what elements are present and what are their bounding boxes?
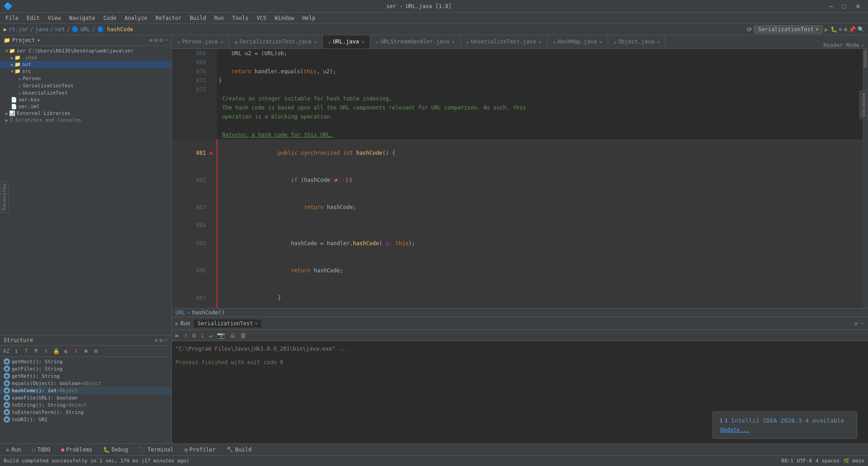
struct-show-anon-icon[interactable]: ◐ [61, 347, 71, 356]
project-collapse-icon[interactable]: ≡ [149, 37, 152, 43]
struct-sort-type-icon[interactable]: ↕ [12, 347, 21, 356]
menu-analyze[interactable]: Analyze [121, 14, 151, 22]
notification-link[interactable]: Update... [720, 427, 849, 433]
encoding-status[interactable]: UTF-8 [797, 458, 812, 464]
menu-run[interactable]: Run [211, 14, 228, 22]
menu-tools[interactable]: Tools [229, 14, 252, 22]
git-status[interactable]: 🌿 main [843, 458, 864, 464]
pin-button[interactable]: 📌 [849, 26, 856, 33]
code-editor[interactable]: 868 URL u2 = (URL)ob; 869 870 [172, 49, 863, 308]
menu-file[interactable]: File [2, 14, 22, 22]
run-config-box[interactable]: SerializationTest ▾ [754, 25, 823, 33]
coverage-button[interactable]: ⊙ [839, 26, 842, 33]
menu-view[interactable]: View [44, 14, 65, 22]
tree-item-src[interactable]: ▼ 📁 src [0, 68, 171, 75]
tab-person[interactable]: ☕ Person.java ✕ [172, 35, 229, 48]
tab-close[interactable]: ✕ [599, 39, 602, 44]
settings-run-button[interactable]: ⚙ [844, 26, 847, 33]
tab-close[interactable]: ✕ [452, 39, 455, 44]
struct-item-hashcode[interactable]: m hashCode(): int ↑Object [0, 387, 171, 394]
database-tab[interactable]: Database [859, 90, 868, 119]
project-gear-icon[interactable]: ⚙ [160, 37, 163, 43]
bottom-hide-icon[interactable]: ─ [861, 320, 864, 327]
tree-item-unsertest[interactable]: ☕ UnserializeTest [0, 89, 171, 96]
structure-close-icon[interactable]: ─ [165, 337, 168, 343]
tab-close[interactable]: ✕ [657, 39, 660, 44]
bottom-sertest-close[interactable]: ✕ [255, 321, 258, 326]
tab-hashmap[interactable]: ☕ HashMap.java ✕ [547, 35, 608, 48]
tab-close[interactable]: ✕ [362, 39, 364, 44]
struct-item-touri[interactable]: m toURI(): URI [0, 416, 171, 423]
struct-item-getref[interactable]: m getRef(): String [0, 372, 171, 380]
tab-close[interactable]: ✕ [221, 39, 223, 44]
console-down-icon[interactable]: ↓ [198, 331, 206, 340]
tb-profiler-btn[interactable]: ◎ Profiler [180, 446, 220, 454]
structure-gear-icon[interactable]: ⚙ [160, 337, 163, 343]
console-run-icon[interactable]: ▶ [174, 331, 181, 340]
tree-item-ser[interactable]: ▼ 📁 ser C:\Users\86135\Desktop\web\java\… [0, 48, 171, 54]
tab-object[interactable]: ☕ Object.java ✕ [608, 35, 665, 48]
struct-extra-icon[interactable]: ⊞ [81, 347, 90, 356]
menu-help[interactable]: Help [299, 14, 319, 22]
struct-extra2-icon[interactable]: ⊟ [91, 347, 100, 356]
search-everywhere-button[interactable]: 🔍 [858, 26, 864, 33]
console-wrap-icon[interactable]: ↵ [207, 331, 214, 340]
menu-edit[interactable]: Edit [23, 14, 43, 22]
tab-unsertest[interactable]: ☕ UnserializeTest.java ✕ [461, 35, 547, 48]
tab-sertest[interactable]: ☕ SerializationTest.java ✕ [229, 35, 323, 48]
console-print-icon[interactable]: 🖨 [227, 331, 237, 340]
tree-item-extlib[interactable]: ▶ 📊 External Libraries [0, 110, 171, 117]
tree-item-scratches[interactable]: ▶ 🗒 Scratches and Consoles [0, 117, 171, 124]
struct-show-inherited-icon[interactable]: ⇑ [42, 347, 51, 356]
struct-sort-alpha-icon[interactable]: AZ [2, 347, 11, 356]
tree-item-sertest[interactable]: ☕ SerializationTest [0, 82, 171, 89]
console-clear-icon[interactable]: 🗑 [238, 331, 248, 340]
reader-mode-label[interactable]: Reader Mode [823, 42, 859, 48]
tab-close[interactable]: ✕ [539, 39, 542, 44]
menu-build[interactable]: Build [186, 14, 210, 22]
tree-item-idea[interactable]: ▶ 📁 .idea [0, 54, 171, 61]
tb-todo-btn[interactable]: ☐ TODO [28, 446, 55, 454]
favorites-tab[interactable]: Favorites [0, 181, 9, 213]
bottom-tab-run-label[interactable]: ▶ Run [175, 320, 190, 327]
tb-problems-btn[interactable]: ● Problems [57, 446, 97, 454]
tab-close[interactable]: ✕ [314, 39, 317, 44]
struct-item-toexternal[interactable]: m toExternalForm(): String [0, 409, 171, 416]
tree-item-out[interactable]: ▶ 📁 out [0, 61, 171, 68]
indent-status[interactable]: 4 spaces [816, 458, 840, 464]
breadcrumb-url[interactable]: URL [80, 26, 90, 33]
tb-terminal-btn[interactable]: ⬛ Terminal [134, 446, 178, 454]
tab-url[interactable]: ☕ URL.java ✕ [323, 35, 370, 48]
run-config-dropdown[interactable]: ▾ [816, 26, 819, 33]
struct-item-getfile[interactable]: m getFile(): String [0, 365, 171, 372]
struct-item-samefile[interactable]: m sameFile(URL): boolean [0, 394, 171, 401]
struct-show-private-icon[interactable]: 🔒 [52, 347, 61, 356]
breadcrumb-net[interactable]: net [55, 26, 65, 33]
structure-collapse-icon[interactable]: ≡ [154, 337, 157, 343]
breadcrumb-hashcode[interactable]: 🔵 hashCode [97, 26, 133, 33]
menu-window[interactable]: Window [271, 14, 297, 22]
console-screenshot-icon[interactable]: 📷 [215, 331, 226, 340]
tree-item-serbin[interactable]: 📄 ser.bin [0, 96, 171, 103]
tb-debug-btn[interactable]: 🐛 Debug [99, 446, 132, 454]
struct-show-fields-icon[interactable]: f [22, 347, 31, 356]
minimize-button[interactable]: ─ [826, 2, 837, 11]
tb-build-btn[interactable]: 🔨 Build [222, 446, 256, 454]
tree-item-seriml[interactable]: 📄 ser.iml [0, 103, 171, 110]
menu-refactor[interactable]: Refactor [152, 14, 185, 22]
scrollbar-thumb[interactable] [863, 50, 867, 68]
tree-item-person[interactable]: ☕ Person [0, 75, 171, 82]
breadcrumb-java[interactable]: java [35, 26, 48, 33]
menu-vcs[interactable]: VCS [253, 14, 270, 22]
debug-button[interactable]: 🐛 [830, 26, 837, 33]
scrollbar-area[interactable] [863, 49, 868, 308]
console-settings-icon[interactable]: ⚙ [190, 331, 198, 340]
tab-urlhandler[interactable]: ☕ URLStreamHandler.java ✕ [370, 35, 460, 48]
maximize-button[interactable]: □ [839, 2, 850, 11]
struct-show-props-icon[interactable]: P [32, 347, 41, 356]
project-layout-icon[interactable]: ⊟ [154, 37, 157, 43]
menu-code[interactable]: Code [100, 14, 120, 22]
struct-item-equals[interactable]: m equals(Object): boolean ↑Object [0, 380, 171, 387]
struct-item-gethost[interactable]: m getHost(): String [0, 358, 171, 365]
bottom-tab-sertest[interactable]: SerializationTest ✕ [194, 319, 261, 328]
